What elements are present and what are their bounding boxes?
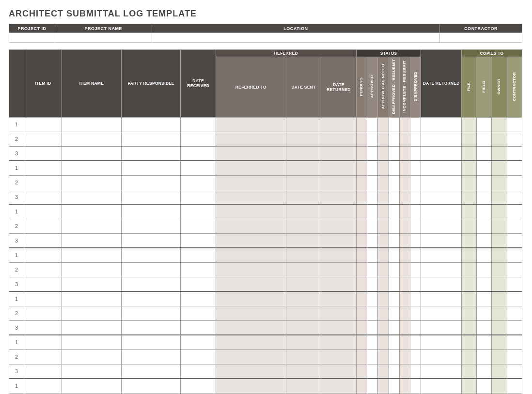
cell-status-pending[interactable] [356,349,367,364]
cell-date-received[interactable] [181,146,216,161]
cell-item-name[interactable] [62,379,122,393]
cell-copies-owner[interactable] [492,379,507,393]
cell-copies-file[interactable] [462,161,477,175]
cell-item-id[interactable] [24,291,62,306]
cell-status-approved-as-noted[interactable] [378,277,389,291]
cell-item-id[interactable] [24,306,62,320]
cell-status-disapproved-resubmit[interactable] [389,335,399,349]
cell-copies-contractor[interactable] [507,190,522,204]
cell-copies-field[interactable] [477,364,492,379]
cell-status-approved-as-noted[interactable] [378,175,389,190]
cell-status-pending[interactable] [356,320,367,335]
cell-party-responsible[interactable] [121,277,181,291]
cell-status-approved[interactable] [367,306,377,320]
cell-item-name[interactable] [62,349,122,364]
cell-date-returned-ref[interactable] [321,306,356,320]
cell-copies-field[interactable] [477,379,492,393]
cell-party-responsible[interactable] [121,161,181,175]
cell-copies-file[interactable] [462,146,477,161]
cell-copies-contractor[interactable] [507,219,522,233]
cell-status-disapproved[interactable] [410,320,421,335]
cell-referred-to[interactable] [216,117,286,132]
cell-date-received[interactable] [181,175,216,190]
cell-copies-field[interactable] [477,335,492,349]
cell-copies-file[interactable] [462,233,477,248]
cell-copies-contractor[interactable] [507,320,522,335]
cell-status-approved[interactable] [367,175,377,190]
cell-status-approved[interactable] [367,117,377,132]
cell-status-pending[interactable] [356,291,367,306]
cell-copies-field[interactable] [477,262,492,277]
cell-status-disapproved-resubmit[interactable] [389,146,399,161]
cell-date-returned[interactable] [421,132,462,146]
cell-item-name[interactable] [62,277,122,291]
cell-status-pending[interactable] [356,175,367,190]
cell-status-pending[interactable] [356,248,367,262]
cell-copies-file[interactable] [462,291,477,306]
cell-party-responsible[interactable] [121,349,181,364]
cell-item-name[interactable] [62,248,122,262]
cell-date-received[interactable] [181,262,216,277]
cell-copies-file[interactable] [462,219,477,233]
cell-copies-owner[interactable] [492,219,507,233]
cell-status-approved-as-noted[interactable] [378,306,389,320]
cell-item-id[interactable] [24,219,62,233]
cell-status-incomplete-resubmit[interactable] [399,262,410,277]
cell-party-responsible[interactable] [121,204,181,219]
cell-referred-to[interactable] [216,364,286,379]
cell-date-received[interactable] [181,320,216,335]
cell-status-approved[interactable] [367,379,377,393]
cell-date-sent[interactable] [286,190,321,204]
cell-date-received[interactable] [181,190,216,204]
cell-status-incomplete-resubmit[interactable] [399,349,410,364]
cell-party-responsible[interactable] [121,306,181,320]
cell-party-responsible[interactable] [121,175,181,190]
cell-copies-contractor[interactable] [507,132,522,146]
cell-date-received[interactable] [181,117,216,132]
cell-referred-to[interactable] [216,204,286,219]
cell-copies-owner[interactable] [492,175,507,190]
cell-status-approved-as-noted[interactable] [378,161,389,175]
cell-copies-owner[interactable] [492,291,507,306]
cell-date-returned-ref[interactable] [321,379,356,393]
cell-date-received[interactable] [181,349,216,364]
cell-date-sent[interactable] [286,248,321,262]
cell-item-id[interactable] [24,248,62,262]
cell-date-returned[interactable] [421,262,462,277]
cell-status-disapproved-resubmit[interactable] [389,132,399,146]
cell-date-returned[interactable] [421,364,462,379]
cell-copies-contractor[interactable] [507,233,522,248]
cell-copies-file[interactable] [462,335,477,349]
cell-status-disapproved[interactable] [410,175,421,190]
cell-item-name[interactable] [62,132,122,146]
cell-copies-contractor[interactable] [507,146,522,161]
cell-copies-file[interactable] [462,248,477,262]
cell-status-approved-as-noted[interactable] [378,233,389,248]
cell-copies-contractor[interactable] [507,379,522,393]
cell-copies-owner[interactable] [492,349,507,364]
cell-status-incomplete-resubmit[interactable] [399,175,410,190]
cell-date-sent[interactable] [286,132,321,146]
cell-status-approved-as-noted[interactable] [378,364,389,379]
cell-referred-to[interactable] [216,277,286,291]
cell-party-responsible[interactable] [121,335,181,349]
cell-date-received[interactable] [181,248,216,262]
cell-date-sent[interactable] [286,262,321,277]
cell-item-id[interactable] [24,364,62,379]
cell-item-id[interactable] [24,175,62,190]
cell-status-approved[interactable] [367,132,377,146]
cell-item-name[interactable] [62,190,122,204]
cell-date-received[interactable] [181,233,216,248]
cell-status-incomplete-resubmit[interactable] [399,291,410,306]
cell-status-approved[interactable] [367,291,377,306]
cell-referred-to[interactable] [216,291,286,306]
cell-status-approved[interactable] [367,277,377,291]
cell-status-approved-as-noted[interactable] [378,219,389,233]
cell-party-responsible[interactable] [121,132,181,146]
cell-status-pending[interactable] [356,190,367,204]
cell-status-incomplete-resubmit[interactable] [399,379,410,393]
cell-item-name[interactable] [62,161,122,175]
cell-referred-to[interactable] [216,335,286,349]
cell-copies-field[interactable] [477,161,492,175]
cell-item-id[interactable] [24,379,62,393]
